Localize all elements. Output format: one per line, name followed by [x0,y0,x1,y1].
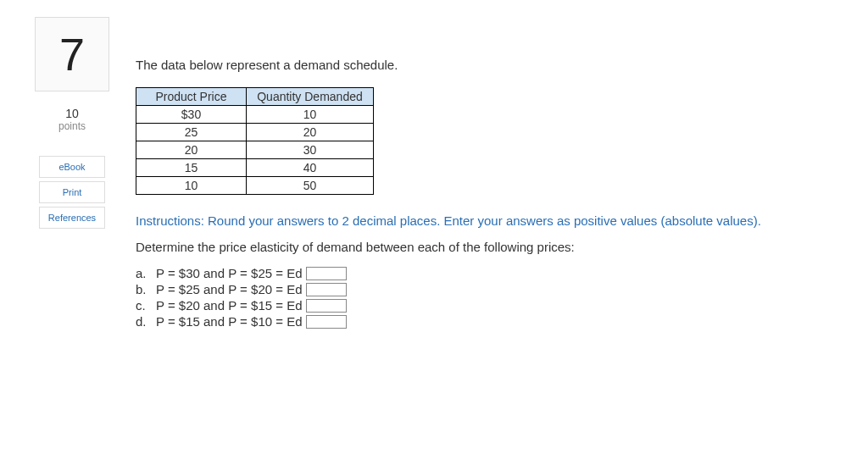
item-c: c. P = $20 and P = $15 = Ed [136,298,843,313]
cell-qty: 10 [247,106,374,124]
table-row: $30 10 [136,106,374,124]
answer-input-a[interactable] [306,267,347,280]
cell-qty: 40 [247,159,374,177]
instructions-text: Instructions: Round your answers to 2 de… [136,213,843,228]
demand-schedule-table: Product Price Quantity Demanded $30 10 2… [136,87,374,195]
cell-qty: 50 [247,177,374,195]
question-sidebar: 7 10 points eBook Print References [25,17,119,330]
header-price: Product Price [136,88,247,106]
points-label: points [25,120,119,132]
print-button[interactable]: Print [39,181,105,203]
item-b: b. P = $25 and P = $20 = Ed [136,282,843,296]
table-row: 15 40 [136,159,374,177]
item-text: P = $25 and P = $20 = Ed [156,282,303,296]
answer-input-b[interactable] [306,283,347,296]
cell-price: 20 [136,141,247,159]
cell-qty: 20 [247,124,374,141]
intro-text: The data below represent a demand schedu… [136,58,843,72]
item-letter: c. [136,298,156,313]
answer-items: a. P = $30 and P = $25 = Ed b. P = $25 a… [136,266,843,329]
item-text: P = $15 and P = $10 = Ed [156,314,303,329]
item-letter: a. [136,266,156,280]
table-row: 25 20 [136,124,374,141]
header-qty: Quantity Demanded [247,88,374,106]
ebook-button[interactable]: eBook [39,156,105,178]
item-a: a. P = $30 and P = $25 = Ed [136,266,843,280]
item-text: P = $30 and P = $25 = Ed [156,266,303,280]
item-text: P = $20 and P = $15 = Ed [156,298,303,313]
table-header-row: Product Price Quantity Demanded [136,88,374,106]
cell-price: 10 [136,177,247,195]
points-value: 10 [25,107,119,120]
table-row: 20 30 [136,141,374,159]
question-content: The data below represent a demand schedu… [119,17,843,330]
table-row: 10 50 [136,177,374,195]
references-button[interactable]: References [39,207,105,229]
item-d: d. P = $15 and P = $10 = Ed [136,314,843,329]
cell-qty: 30 [247,141,374,159]
question-number: 7 [59,28,85,80]
cell-price: 15 [136,159,247,177]
cell-price: 25 [136,124,247,141]
answer-input-d[interactable] [306,315,347,329]
question-number-box: 7 [35,17,109,91]
answer-input-c[interactable] [306,299,347,313]
determine-text: Determine the price elasticity of demand… [136,240,843,254]
item-letter: b. [136,282,156,296]
item-letter: d. [136,314,156,329]
cell-price: $30 [136,106,247,124]
